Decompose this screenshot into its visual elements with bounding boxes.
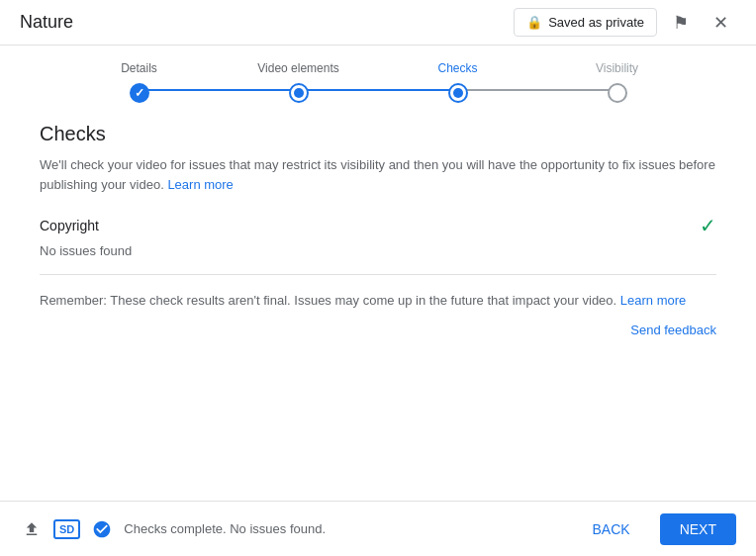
main-content: Checks We'll check your video for issues… [0, 103, 756, 357]
page-title: Nature [20, 12, 73, 33]
saved-private-button[interactable]: 🔒 Saved as private [514, 8, 657, 37]
footer: SD Checks complete. No issues found. BAC… [0, 501, 756, 556]
footer-left: SD Checks complete. No issues found. [20, 517, 326, 541]
report-icon: ⚑ [673, 12, 689, 34]
step-video-elements: Video elements [219, 61, 378, 103]
footer-right: BACK NEXT [573, 513, 736, 545]
saved-private-label: Saved as private [548, 15, 644, 30]
step-visibility-circle [608, 83, 627, 103]
lock-icon: 🔒 [526, 15, 542, 30]
remember-text: Remember: These check results aren't fin… [40, 291, 716, 311]
header-actions: 🔒 Saved as private ⚑ ✕ [514, 7, 736, 39]
step-details-circle: ✓ [130, 83, 149, 103]
checks-complete-icon [90, 517, 114, 541]
copyright-title: Copyright [40, 218, 99, 233]
learn-more-link-1[interactable]: Learn more [167, 177, 233, 192]
section-title: Checks [40, 123, 716, 145]
copyright-header: Copyright ✓ [40, 214, 716, 237]
step-video-elements-inner [294, 88, 304, 98]
step-checks-circle [448, 83, 468, 103]
step-checks: Checks [378, 61, 537, 103]
report-icon-button[interactable]: ⚑ [665, 7, 697, 39]
step-details-check-icon: ✓ [135, 86, 144, 100]
header: Nature 🔒 Saved as private ⚑ ✕ [0, 0, 756, 46]
step-video-elements-label: Video elements [257, 61, 339, 75]
step-details-label: Details [121, 61, 157, 75]
section-description: We'll check your video for issues that m… [40, 155, 716, 194]
divider [40, 274, 716, 275]
step-video-elements-circle [289, 83, 309, 103]
back-button[interactable]: BACK [573, 513, 650, 545]
sd-badge: SD [53, 519, 80, 539]
send-feedback-link[interactable]: Send feedback [40, 323, 716, 337]
next-button[interactable]: NEXT [660, 513, 736, 545]
no-issues-text: No issues found [40, 243, 716, 258]
close-button[interactable]: ✕ [705, 7, 736, 39]
stepper: Details ✓ Video elements Checks Visibili… [0, 46, 756, 103]
copyright-check-icon: ✓ [700, 214, 716, 237]
step-checks-inner [453, 88, 463, 98]
close-icon: ✕ [713, 12, 728, 34]
learn-more-link-2[interactable]: Learn more [620, 293, 686, 308]
step-checks-label: Checks [437, 61, 477, 75]
checks-complete-text: Checks complete. No issues found. [124, 521, 326, 536]
upload-icon[interactable] [20, 517, 44, 541]
step-visibility-label: Visibility [596, 61, 638, 75]
step-details: Details ✓ [59, 61, 219, 103]
step-visibility: Visibility [537, 61, 697, 103]
